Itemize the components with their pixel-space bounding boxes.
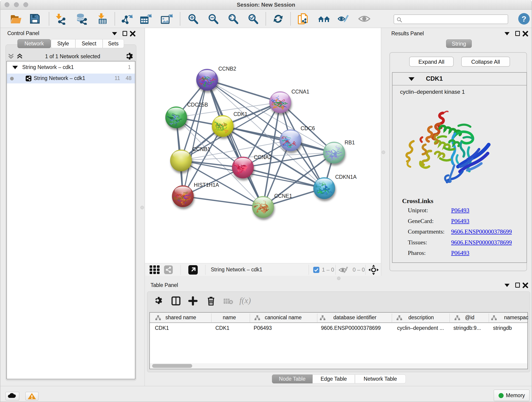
svg-text:CCNB1: CCNB1 (192, 146, 210, 152)
svg-text:CCNE1: CCNE1 (274, 193, 292, 199)
svg-text:CDK1: CDK1 (234, 111, 247, 117)
svg-text:CCNB2: CCNB2 (218, 66, 236, 72)
svg-text:CDKN1A: CDKN1A (335, 174, 357, 180)
svg-text:HIST1H1A: HIST1H1A (194, 182, 219, 188)
svg-text:CDC25B: CDC25B (187, 102, 208, 108)
svg-text:CDC6: CDC6 (301, 125, 315, 131)
svg-text:CCNA2: CCNA2 (254, 154, 272, 160)
svg-text:RB1: RB1 (345, 140, 355, 146)
svg-text:CCNA1: CCNA1 (291, 89, 309, 95)
